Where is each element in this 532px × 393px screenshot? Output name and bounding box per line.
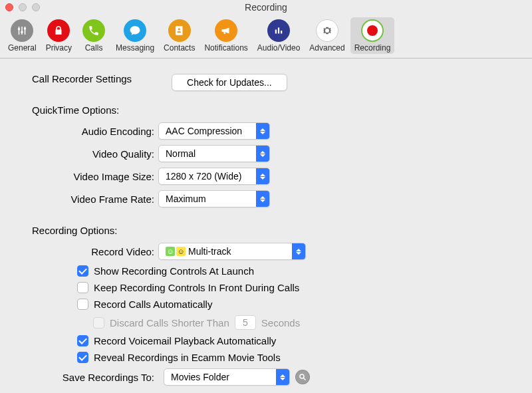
megaphone-icon <box>215 19 237 42</box>
phone-icon <box>82 19 105 42</box>
book-icon <box>168 19 191 42</box>
tab-label: General <box>8 43 37 53</box>
recording-pane: Call Recorder Settings Check for Updates… <box>0 59 532 386</box>
svg-rect-1 <box>22 27 23 35</box>
discard-suffix: Seconds <box>261 317 300 328</box>
checkbox-label: Show Recording Controls At Launch <box>94 265 254 277</box>
checkbox-label: Keep Recording Controls In Front During … <box>94 282 299 293</box>
video-image-size-value: 1280 x 720 (Wide) <box>159 171 256 182</box>
search-icon <box>299 373 307 381</box>
chevron-updown-icon <box>276 369 289 385</box>
svg-rect-0 <box>19 27 20 35</box>
video-quality-value: Normal <box>159 148 256 159</box>
reveal-in-finder-button[interactable] <box>295 370 310 384</box>
checkbox-label: Record Calls Automatically <box>94 299 212 310</box>
checkbox-icon <box>77 299 88 310</box>
record-calls-auto-checkbox[interactable]: Record Calls Automatically <box>77 299 532 310</box>
tab-advanced[interactable]: Advanced <box>305 17 348 54</box>
tab-messaging[interactable]: Messaging <box>112 17 158 54</box>
keep-controls-front-checkbox[interactable]: Keep Recording Controls In Front During … <box>77 282 532 293</box>
multitrack-icon: ☺☺ <box>166 247 186 256</box>
check-updates-button[interactable]: Check for Updates... <box>172 74 287 91</box>
window-controls <box>5 3 40 11</box>
tab-label: Privacy <box>46 43 72 53</box>
svg-rect-6 <box>275 30 277 34</box>
tab-contacts[interactable]: Contacts <box>160 17 199 54</box>
tab-calls[interactable]: Calls <box>77 17 110 54</box>
svg-line-10 <box>304 378 306 380</box>
tab-label: Recording <box>354 43 391 53</box>
quicktime-heading: QuickTime Options: <box>32 104 532 116</box>
save-location-popup[interactable]: Movies Folder <box>164 368 290 386</box>
tab-label: Calls <box>85 43 103 53</box>
chat-icon <box>124 19 146 42</box>
equalizer-icon <box>267 19 290 42</box>
save-location-value: Movies Folder <box>164 372 276 382</box>
audio-encoding-value: AAC Compression <box>159 126 256 136</box>
record-voicemail-checkbox[interactable]: Record Voicemail Playback Automatically <box>77 335 532 346</box>
minimize-icon <box>19 3 27 11</box>
discard-short-calls-row: Discard Calls Shorter Than Seconds <box>93 315 532 330</box>
checkbox-icon <box>93 317 104 328</box>
chevron-updown-icon <box>256 168 269 184</box>
svg-rect-8 <box>281 31 282 34</box>
lock-icon <box>47 19 70 42</box>
call-recorder-heading: Call Recorder Settings <box>32 73 132 84</box>
tab-label: Advanced <box>309 43 344 53</box>
close-icon[interactable] <box>5 3 13 11</box>
svg-rect-7 <box>278 28 279 34</box>
audio-encoding-label: Audio Encoding: <box>32 126 158 137</box>
save-recordings-label: Save Recordings To: <box>32 372 158 383</box>
svg-point-9 <box>300 374 304 378</box>
reveal-recordings-checkbox[interactable]: Reveal Recordings in Ecamm Movie Tools <box>77 352 532 363</box>
checkbox-icon <box>77 335 88 346</box>
chevron-updown-icon <box>292 243 305 259</box>
zoom-icon <box>32 3 40 11</box>
preferences-toolbar: General Privacy Calls Messaging Contacts… <box>0 15 532 59</box>
discard-prefix: Discard Calls Shorter Than <box>110 317 229 328</box>
tab-label: Contacts <box>164 43 195 53</box>
video-frame-rate-label: Video Frame Rate: <box>32 194 158 205</box>
record-video-label: Record Video: <box>32 246 158 257</box>
tab-general[interactable]: General <box>4 17 41 54</box>
video-frame-rate-popup[interactable]: Maximum <box>158 190 270 207</box>
tab-label: Messaging <box>116 43 154 53</box>
svg-point-4 <box>21 31 23 33</box>
video-quality-popup[interactable]: Normal <box>158 145 270 162</box>
video-frame-rate-value: Maximum <box>159 194 256 204</box>
record-video-popup[interactable]: ☺☺ Multi-track <box>158 243 306 260</box>
tab-audio-video[interactable]: Audio/Video <box>253 17 305 54</box>
video-quality-label: Video Quality: <box>32 148 158 160</box>
checkbox-icon <box>77 352 88 363</box>
tab-label: Notifications <box>204 43 247 53</box>
video-image-size-label: Video Image Size: <box>32 171 158 182</box>
tab-recording[interactable]: Recording <box>350 17 395 54</box>
checkbox-label: Record Voicemail Playback Automatically <box>94 335 276 346</box>
gear-icon <box>316 19 338 42</box>
tab-label: Audio/Video <box>257 43 301 53</box>
svg-point-3 <box>18 28 20 30</box>
svg-point-5 <box>24 27 26 29</box>
chevron-updown-icon <box>256 191 269 207</box>
chevron-updown-icon <box>256 123 269 139</box>
slider-icon <box>11 19 33 42</box>
chevron-updown-icon <box>256 146 269 162</box>
tab-notifications[interactable]: Notifications <box>200 17 251 54</box>
window-title: Recording <box>0 2 532 13</box>
audio-encoding-popup[interactable]: AAC Compression <box>158 122 270 140</box>
video-image-size-popup[interactable]: 1280 x 720 (Wide) <box>158 168 270 185</box>
recording-options-heading: Recording Options: <box>32 225 532 236</box>
titlebar: Recording <box>0 0 532 15</box>
record-video-value: Multi-track <box>188 246 231 257</box>
tab-privacy[interactable]: Privacy <box>42 17 76 54</box>
checkbox-icon <box>77 282 88 293</box>
checkbox-label: Reveal Recordings in Ecamm Movie Tools <box>94 352 281 363</box>
show-controls-launch-checkbox[interactable]: Show Recording Controls At Launch <box>77 265 532 277</box>
discard-seconds-input <box>235 315 256 330</box>
record-icon <box>361 19 384 42</box>
checkbox-icon <box>77 265 88 277</box>
